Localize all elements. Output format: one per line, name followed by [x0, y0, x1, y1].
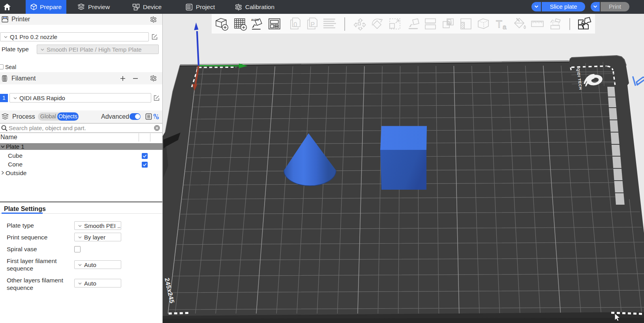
- svg-text:a: a: [503, 23, 507, 31]
- svg-text:AUTO: AUTO: [251, 19, 259, 21]
- svg-text:0: 0: [294, 21, 297, 28]
- svg-text:P: P: [311, 21, 315, 28]
- svg-text:T: T: [496, 18, 502, 30]
